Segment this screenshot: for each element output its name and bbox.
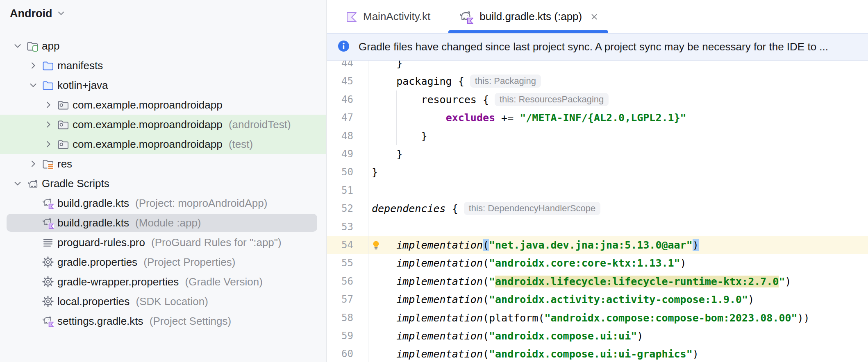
- code-line-text: packaging {this: Packaging: [372, 72, 541, 90]
- code-line-58[interactable]: 58 implementation(platform("androidx.com…: [327, 309, 868, 327]
- code-line-text: resources {this: ResourcesPackaging: [372, 90, 609, 109]
- tree-item-settings-gradle-kts-project-settings[interactable]: settings.gradle.kts (Project Settings): [0, 311, 326, 331]
- tree-item-gradle-properties-project-properties[interactable]: gradle.properties (Project Properties): [0, 252, 326, 272]
- chevron-down-icon[interactable]: [12, 41, 23, 51]
- chevron-placeholder: [28, 316, 39, 326]
- package-folder-icon: [57, 138, 69, 150]
- chevron-right-icon[interactable]: [43, 100, 54, 110]
- tree-item-com-example-moproandroidapp-androidtest[interactable]: com.example.moproandroidapp (androidTest…: [0, 115, 326, 134]
- code-line-text: }: [372, 163, 378, 181]
- tree-item-label: gradle.properties: [57, 256, 137, 269]
- tree-item-suffix: (androidTest): [226, 118, 291, 131]
- code-line-44[interactable]: 44 }: [327, 61, 868, 72]
- tree-item-local-properties-sdk-location[interactable]: local.properties (SDK Location): [0, 292, 326, 311]
- chevron-placeholder: [28, 237, 39, 248]
- code-line-text: implementation(platform("androidx.compos…: [372, 309, 810, 327]
- gradle-sync-message: Gradle files have changed since last pro…: [359, 41, 828, 53]
- project-tree-panel: Android app manifests kotlin+java com.ex…: [0, 0, 327, 362]
- gradle-kts-icon: [42, 315, 54, 327]
- chevron-down-icon: [56, 8, 66, 20]
- code-line-57[interactable]: 57 implementation("androidx.activity:act…: [327, 290, 868, 309]
- code-line-53[interactable]: 53: [327, 218, 868, 236]
- code-line-text: }: [372, 145, 402, 163]
- tree-item-label: Gradle Scripts: [42, 177, 109, 190]
- tab-build-gradle-kts-app[interactable]: build.gradle.kts (:app): [447, 0, 610, 33]
- project-tree: app manifests kotlin+java com.example.mo…: [0, 36, 326, 331]
- tree-item-label: build.gradle.kts: [57, 217, 129, 229]
- code-line-52[interactable]: 52dependencies {this: DependencyHandlerS…: [327, 199, 868, 218]
- code-line-56[interactable]: 56 implementation("androidx.lifecycle:li…: [327, 272, 868, 291]
- line-number: 45: [327, 72, 353, 90]
- tree-item-gradle-scripts[interactable]: Gradle Scripts: [0, 174, 326, 193]
- line-number: 46: [327, 90, 353, 109]
- package-folder-icon: [57, 118, 69, 131]
- code-line-text: implementation("androidx.lifecycle:lifec…: [372, 272, 791, 291]
- tree-item-label: manifests: [57, 59, 103, 72]
- tree-item-com-example-moproandroidapp-test[interactable]: com.example.moproandroidapp (test): [0, 134, 326, 154]
- code-line-49[interactable]: 49 }: [327, 145, 868, 163]
- gradle-sync-banner: Gradle files have changed since last pro…: [327, 33, 868, 61]
- tab-mainactivity-kt[interactable]: MainActivity.kt: [327, 0, 447, 33]
- tree-item-proguard-rules-pro-proguard-rules-for-app[interactable]: proguard-rules.pro (ProGuard Rules for "…: [0, 233, 326, 252]
- code-line-46[interactable]: 46 resources {this: ResourcesPackaging: [327, 90, 868, 109]
- code-line-45[interactable]: 45 packaging {this: Packaging: [327, 72, 868, 90]
- tree-item-suffix: (Module :app): [132, 217, 201, 229]
- tree-item-manifests[interactable]: manifests: [0, 56, 326, 75]
- tree-item-label: app: [42, 40, 59, 52]
- code-line-text: dependencies {this: DependencyHandlerSco…: [372, 199, 600, 218]
- gear-icon: [42, 256, 54, 268]
- line-number: 54: [327, 236, 353, 254]
- gradle-kts-icon: [459, 9, 474, 24]
- code-line-text: }: [372, 61, 402, 72]
- tree-item-kotlin-java[interactable]: kotlin+java: [0, 75, 326, 95]
- tree-item-label: settings.gradle.kts: [57, 315, 143, 328]
- editor-tab-bar: MainActivity.kt build.gradle.kts (:app): [327, 0, 868, 33]
- chevron-right-icon[interactable]: [28, 60, 39, 71]
- text-file-icon: [42, 236, 54, 249]
- code-line-60[interactable]: 60 implementation("androidx.compose.ui:u…: [327, 345, 868, 362]
- tree-item-app[interactable]: app: [0, 36, 326, 56]
- code-editor[interactable]: 44 }45 packaging {this: Packaging46 reso…: [327, 61, 868, 362]
- tree-item-label: build.gradle.kts: [57, 197, 129, 210]
- active-tab-underline: [448, 30, 608, 33]
- inlay-hint: this: Packaging: [470, 75, 541, 88]
- inlay-hint: this: ResourcesPackaging: [495, 93, 609, 106]
- line-number: 60: [327, 345, 353, 362]
- chevron-right-icon[interactable]: [43, 139, 54, 149]
- code-line-48[interactable]: 48 }: [327, 127, 868, 145]
- tree-item-build-gradle-kts-module-app[interactable]: build.gradle.kts (Module :app): [0, 213, 326, 233]
- tree-item-label: com.example.moproandroidapp: [73, 138, 223, 151]
- code-line-55[interactable]: 55 implementation("androidx.core:core-kt…: [327, 254, 868, 272]
- project-view-selector[interactable]: Android: [10, 7, 66, 20]
- inlay-hint: this: DependencyHandlerScope: [464, 202, 600, 215]
- code-line-text: }: [372, 127, 427, 145]
- gradle-kts-icon: [42, 197, 54, 209]
- chevron-placeholder: [28, 276, 39, 287]
- code-line-54[interactable]: 54 implementation("net.java.dev.jna:jna:…: [327, 236, 868, 254]
- line-number: 51: [327, 181, 353, 200]
- ide-window: Android app manifests kotlin+java com.ex…: [0, 0, 868, 362]
- chevron-right-icon[interactable]: [28, 158, 39, 169]
- tree-item-build-gradle-kts-project-moproandroidapp[interactable]: build.gradle.kts (Project: moproAndroidA…: [0, 193, 326, 213]
- chevron-down-icon[interactable]: [28, 80, 39, 90]
- chevron-down-icon[interactable]: [12, 178, 23, 189]
- line-number: 48: [327, 127, 353, 145]
- code-line-text: implementation("androidx.compose.ui:ui-g…: [372, 345, 699, 362]
- line-number: 59: [327, 327, 353, 345]
- gear-icon: [42, 276, 54, 288]
- code-line-51[interactable]: 51: [327, 181, 868, 200]
- tree-item-com-example-moproandroidapp[interactable]: com.example.moproandroidapp: [0, 95, 326, 115]
- tree-item-suffix: (Project: moproAndroidApp): [132, 197, 267, 210]
- gradle-kts-icon: [42, 217, 54, 229]
- code-line-50[interactable]: 50}: [327, 163, 868, 181]
- chevron-right-icon[interactable]: [43, 119, 54, 130]
- tree-item-label: local.properties: [57, 295, 130, 308]
- close-icon[interactable]: [589, 12, 599, 22]
- tree-item-res[interactable]: res: [0, 154, 326, 174]
- tree-item-gradle-wrapper-properties-gradle-version[interactable]: gradle-wrapper.properties (Gradle Versio…: [0, 272, 326, 292]
- tree-item-suffix: (Project Settings): [147, 315, 232, 328]
- code-line-47[interactable]: 47 excludes += "/META-INF/{AL2.0,LGPL2.1…: [327, 109, 868, 127]
- chevron-placeholder: [28, 217, 39, 228]
- code-line-59[interactable]: 59 implementation("androidx.compose.ui:u…: [327, 327, 868, 345]
- project-view-label: Android: [10, 7, 52, 20]
